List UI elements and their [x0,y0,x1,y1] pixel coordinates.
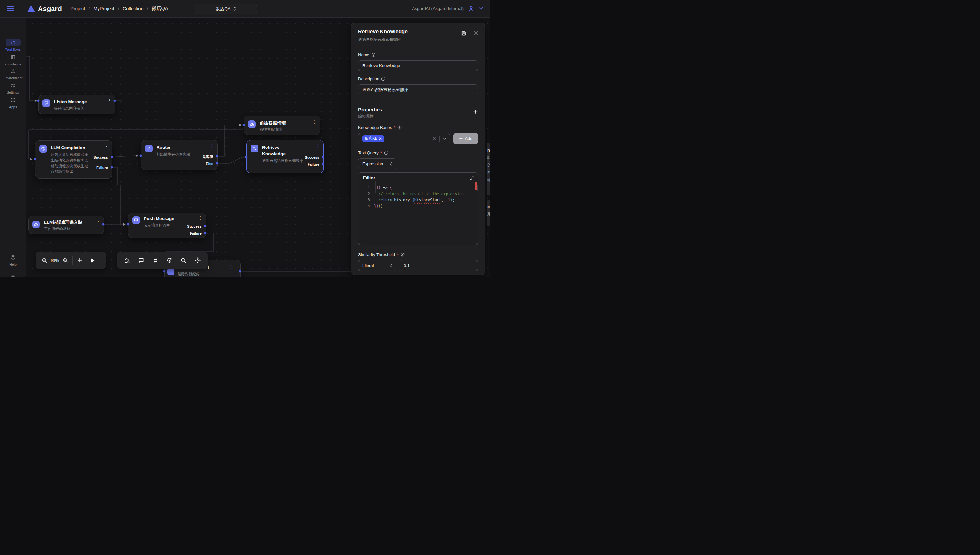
code-line[interactable]: 4})() [359,203,478,209]
node-router[interactable]: Router 判斷情境是否為客服 ⋮ 是客服 Else [141,140,218,170]
editor-scrollbar[interactable] [474,183,474,245]
properties-panel: Retrieve Knowledge 透過自然語言檢索知識庫 Name Retr… [351,23,485,275]
expression-editor[interactable]: Editor 1(() => {2 // return the result o… [358,172,478,245]
node-retrieve-knowledge[interactable]: Retrieve Knowledge 透過自然語言檢索知識庫 ⋮ Success… [246,140,324,173]
sidebar-item-workspace[interactable]: Workspace [0,272,26,278]
node-desc: 呼叫大型語言模型並產生結構化的資料輸出以輔助流程的決策或生成自然語言輸出 [51,152,91,175]
add-node-button[interactable] [75,255,84,265]
sidebar-label: Apps [9,105,17,109]
required-marker: * [381,151,382,155]
node-menu-icon[interactable]: ⋮ [210,143,214,149]
sidebar-label: Workflows [5,47,21,51]
info-icon[interactable] [400,253,405,257]
palette-llm-icon[interactable] [165,255,174,265]
user-icon[interactable] [468,5,474,12]
editor-label: Editor [363,175,375,180]
similarity-mode-select[interactable]: Literal [358,260,396,271]
properties-subtitle: 編輯屬性 [358,114,382,119]
panel-subtitle: 透過自然語言檢索知識庫 [358,37,478,42]
sidebar: Workflows Knowledge Environment Settings… [0,17,26,278]
palette-message-icon[interactable] [137,255,145,265]
node-menu-icon[interactable]: ⋮ [312,119,317,124]
code-line[interactable]: 1(() => { [359,185,478,191]
breadcrumb-project[interactable]: Project [70,6,85,11]
palette-router-icon[interactable] [151,255,159,265]
info-icon[interactable] [397,125,402,130]
close-icon[interactable] [474,31,479,35]
sort-chevrons-icon [233,7,236,11]
search-icon [250,144,258,152]
sidebar-item-apps[interactable]: Apps [0,96,26,109]
output-label-failure[interactable]: Failure [190,231,202,235]
chevron-down-icon[interactable] [479,6,483,11]
required-marker: * [397,252,399,257]
node-menu-icon[interactable]: ⋮ [315,143,320,149]
kb-multiselect[interactable]: 飯店KB [358,133,450,144]
code-line[interactable]: 3 return history (historyStart, -1); [359,197,478,203]
expand-icon[interactable] [469,176,474,180]
node-menu-icon[interactable]: ⋮ [198,215,203,220]
chevron-down-icon[interactable] [443,138,447,140]
breadcrumb-separator: / [88,6,90,11]
node-goto-cs[interactable]: 前往客服情境 前往客服情境 ⋮ [244,116,320,135]
node-menu-icon[interactable]: ⋮ [96,219,101,224]
node-llm-completion[interactable]: LLM Completion 呼叫大型語言模型並產生結構化的資料輸出以輔助流程的… [35,140,112,179]
breadcrumb-current[interactable]: 飯店QA [152,5,168,12]
info-icon[interactable] [381,77,385,81]
info-icon[interactable] [372,53,376,57]
sidebar-item-settings[interactable]: Settings [0,82,26,94]
workflow-select[interactable]: 飯店QA [195,3,257,14]
output-label-success[interactable]: Success [187,225,202,228]
output-label-success[interactable]: Success [304,155,319,159]
palette-move-icon[interactable] [194,255,202,265]
sidebar-item-workflows[interactable]: Workflows [0,38,26,51]
output-label-failure[interactable]: Failure [96,166,108,170]
zoom-in-button[interactable] [61,255,69,265]
output-label-else[interactable]: Else [206,162,213,166]
node-title: Retrieve Knowledge [262,144,293,157]
breadcrumb-myproject[interactable]: MyProject [93,6,114,11]
code-area[interactable]: 1(() => {2 // return the result of the e… [359,183,478,209]
info-icon[interactable] [384,151,388,155]
palette-search-icon[interactable] [179,255,188,265]
clear-selection-icon[interactable] [433,137,437,140]
output-label-failure[interactable]: Failure [307,162,319,166]
similarity-value-input[interactable]: 0.1 [400,260,478,271]
upload-icon [5,67,21,75]
account-name: AsgardAI (Asgard Internal) [412,6,464,11]
text-query-mode-select[interactable]: Expression [358,158,396,169]
breadcrumb-separator: / [147,6,149,11]
sidebar-item-help[interactable]: Help [0,253,26,266]
sidebar-item-environment[interactable]: Environment [0,67,26,80]
description-value: 透過自然語言檢索知識庫 [362,87,409,93]
code-line[interactable]: 2 // return the result of the expression [359,191,478,197]
output-label-success[interactable]: Success [93,155,108,159]
output-label-is-cs[interactable]: 是客服 [203,154,213,159]
kb-label: Knowledge Bases [358,125,392,130]
name-input[interactable]: Retrieve Knowledge [358,60,478,71]
breadcrumb-collection[interactable]: Collection [123,6,144,11]
kb-add-button[interactable]: Add [453,133,478,144]
chip-remove-icon[interactable] [379,138,382,140]
node-menu-icon[interactable]: ⋮ [107,98,112,103]
name-label: Name [358,53,370,58]
palette-goto-icon[interactable] [123,255,131,265]
node-desc: 前往客服情境 [259,127,282,132]
node-llm-error-entry[interactable]: LLM錯誤處理進入點 工作流程的起點 ⋮ [28,216,104,234]
node-menu-icon[interactable]: ⋮ [229,264,233,269]
router-icon [145,144,153,152]
node-menu-icon[interactable]: ⋮ [104,144,109,149]
sidebar-item-knowledge[interactable]: Knowledge [0,53,26,66]
node-listen-message[interactable]: Listen Message 等待訊息內容輸入 ⋮ [38,95,115,114]
add-property-icon[interactable] [473,109,478,114]
menu-icon[interactable] [7,6,14,11]
node-push-message[interactable]: Push Message 表示流量控管中 ⋮ Success Failure [128,213,206,238]
save-icon[interactable] [461,31,466,36]
node-desc: 表示流量控管中 [144,223,170,228]
node-title: t [208,265,209,271]
zoom-out-button[interactable] [40,255,49,265]
run-button[interactable] [88,255,97,265]
kb-chip[interactable]: 飯店KB [362,135,384,142]
description-input[interactable]: 透過自然語言檢索知識庫 [358,84,478,95]
toolbar-divider [72,256,73,265]
